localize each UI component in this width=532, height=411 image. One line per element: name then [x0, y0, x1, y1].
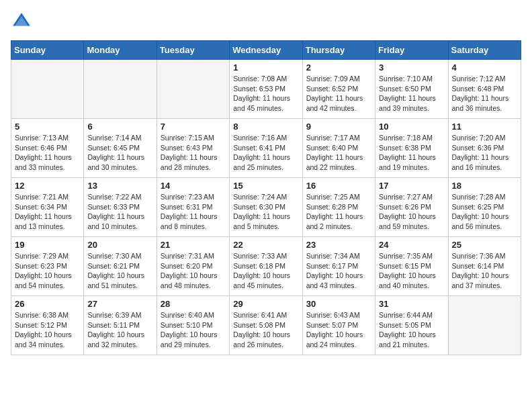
- day-info: Sunrise: 7:34 AM Sunset: 6:17 PM Dayligh…: [306, 251, 371, 291]
- day-number: 28: [161, 299, 226, 309]
- day-info: Sunrise: 6:43 AM Sunset: 5:07 PM Dayligh…: [306, 310, 371, 350]
- day-info: Sunrise: 6:39 AM Sunset: 5:11 PM Dayligh…: [87, 310, 152, 350]
- day-info: Sunrise: 7:30 AM Sunset: 6:21 PM Dayligh…: [87, 251, 152, 291]
- calendar-cell: 31Sunrise: 6:44 AM Sunset: 5:05 PM Dayli…: [375, 296, 448, 355]
- day-number: 9: [306, 122, 371, 132]
- calendar-cell: 30Sunrise: 6:43 AM Sunset: 5:07 PM Dayli…: [302, 296, 375, 355]
- calendar-cell: 17Sunrise: 7:27 AM Sunset: 6:26 PM Dayli…: [375, 178, 448, 237]
- day-info: Sunrise: 7:31 AM Sunset: 6:20 PM Dayligh…: [161, 251, 226, 291]
- calendar-cell: 4Sunrise: 7:12 AM Sunset: 6:48 PM Daylig…: [448, 60, 521, 119]
- calendar-cell: 24Sunrise: 7:35 AM Sunset: 6:15 PM Dayli…: [375, 237, 448, 296]
- day-info: Sunrise: 7:08 AM Sunset: 6:53 PM Dayligh…: [233, 74, 298, 113]
- day-number: 16: [306, 181, 371, 191]
- calendar-cell: 14Sunrise: 7:23 AM Sunset: 6:31 PM Dayli…: [157, 178, 229, 237]
- calendar-cell: 29Sunrise: 6:41 AM Sunset: 5:08 PM Dayli…: [230, 296, 302, 355]
- calendar-cell: 10Sunrise: 7:18 AM Sunset: 6:38 PM Dayli…: [375, 119, 448, 178]
- day-info: Sunrise: 7:12 AM Sunset: 6:48 PM Dayligh…: [452, 74, 517, 113]
- day-info: Sunrise: 7:21 AM Sunset: 6:34 PM Dayligh…: [15, 192, 80, 232]
- calendar-cell: 5Sunrise: 7:13 AM Sunset: 6:46 PM Daylig…: [11, 119, 84, 178]
- day-info: Sunrise: 7:13 AM Sunset: 6:46 PM Dayligh…: [15, 133, 80, 173]
- calendar-cell: 9Sunrise: 7:17 AM Sunset: 6:40 PM Daylig…: [302, 119, 375, 178]
- day-number: 15: [233, 181, 298, 191]
- day-header-monday: Monday: [84, 41, 157, 60]
- calendar-cell: 11Sunrise: 7:20 AM Sunset: 6:36 PM Dayli…: [448, 119, 521, 178]
- day-header-tuesday: Tuesday: [157, 41, 229, 60]
- day-number: 4: [452, 62, 517, 73]
- day-info: Sunrise: 7:22 AM Sunset: 6:33 PM Dayligh…: [87, 192, 152, 232]
- day-number: 12: [15, 181, 80, 191]
- day-number: 1: [233, 62, 298, 73]
- calendar-cell: 7Sunrise: 7:15 AM Sunset: 6:43 PM Daylig…: [157, 119, 229, 178]
- calendar-cell: [11, 60, 84, 119]
- day-info: Sunrise: 7:23 AM Sunset: 6:31 PM Dayligh…: [161, 192, 226, 232]
- calendar-cell: 6Sunrise: 7:14 AM Sunset: 6:45 PM Daylig…: [84, 119, 157, 178]
- calendar-cell: 3Sunrise: 7:10 AM Sunset: 6:50 PM Daylig…: [375, 60, 448, 119]
- calendar-cell: 8Sunrise: 7:16 AM Sunset: 6:41 PM Daylig…: [230, 119, 302, 178]
- calendar-week-5: 26Sunrise: 6:38 AM Sunset: 5:12 PM Dayli…: [11, 296, 521, 355]
- calendar-cell: [84, 60, 157, 119]
- day-number: 11: [452, 122, 517, 132]
- calendar-cell: 19Sunrise: 7:29 AM Sunset: 6:23 PM Dayli…: [11, 237, 84, 296]
- day-number: 7: [161, 122, 226, 132]
- calendar-week-2: 5Sunrise: 7:13 AM Sunset: 6:46 PM Daylig…: [11, 119, 521, 178]
- day-info: Sunrise: 7:36 AM Sunset: 6:14 PM Dayligh…: [452, 251, 517, 291]
- day-info: Sunrise: 7:28 AM Sunset: 6:25 PM Dayligh…: [452, 192, 517, 232]
- day-info: Sunrise: 7:10 AM Sunset: 6:50 PM Dayligh…: [379, 74, 444, 113]
- day-info: Sunrise: 7:33 AM Sunset: 6:18 PM Dayligh…: [233, 251, 298, 291]
- day-header-sunday: Sunday: [11, 41, 84, 60]
- day-info: Sunrise: 6:44 AM Sunset: 5:05 PM Dayligh…: [379, 310, 444, 350]
- day-info: Sunrise: 6:41 AM Sunset: 5:08 PM Dayligh…: [233, 310, 298, 350]
- day-info: Sunrise: 7:15 AM Sunset: 6:43 PM Dayligh…: [161, 133, 226, 173]
- day-number: 14: [161, 181, 226, 191]
- day-number: 17: [379, 181, 444, 191]
- calendar-header-row: SundayMondayTuesdayWednesdayThursdayFrid…: [11, 41, 521, 60]
- day-info: Sunrise: 7:29 AM Sunset: 6:23 PM Dayligh…: [15, 251, 80, 291]
- day-number: 26: [15, 299, 80, 309]
- day-number: 6: [87, 122, 152, 132]
- day-info: Sunrise: 7:35 AM Sunset: 6:15 PM Dayligh…: [379, 251, 444, 291]
- day-number: 25: [452, 240, 517, 250]
- day-number: 2: [306, 62, 371, 73]
- day-info: Sunrise: 7:16 AM Sunset: 6:41 PM Dayligh…: [233, 133, 298, 173]
- calendar-cell: 15Sunrise: 7:24 AM Sunset: 6:30 PM Dayli…: [230, 178, 302, 237]
- day-info: Sunrise: 7:09 AM Sunset: 6:52 PM Dayligh…: [306, 74, 371, 113]
- day-info: Sunrise: 7:20 AM Sunset: 6:36 PM Dayligh…: [452, 133, 517, 173]
- day-info: Sunrise: 7:24 AM Sunset: 6:30 PM Dayligh…: [233, 192, 298, 232]
- day-header-thursday: Thursday: [302, 41, 375, 60]
- calendar-week-4: 19Sunrise: 7:29 AM Sunset: 6:23 PM Dayli…: [11, 237, 521, 296]
- day-number: 8: [233, 122, 298, 132]
- day-number: 5: [15, 122, 80, 132]
- day-info: Sunrise: 7:25 AM Sunset: 6:28 PM Dayligh…: [306, 192, 371, 232]
- day-info: Sunrise: 7:27 AM Sunset: 6:26 PM Dayligh…: [379, 192, 444, 232]
- calendar-cell: [448, 296, 521, 355]
- calendar-cell: 25Sunrise: 7:36 AM Sunset: 6:14 PM Dayli…: [448, 237, 521, 296]
- day-header-wednesday: Wednesday: [230, 41, 302, 60]
- calendar-cell: 21Sunrise: 7:31 AM Sunset: 6:20 PM Dayli…: [157, 237, 229, 296]
- day-header-saturday: Saturday: [448, 41, 521, 60]
- calendar-cell: 2Sunrise: 7:09 AM Sunset: 6:52 PM Daylig…: [302, 60, 375, 119]
- day-info: Sunrise: 7:18 AM Sunset: 6:38 PM Dayligh…: [379, 133, 444, 173]
- day-number: 3: [379, 62, 444, 73]
- calendar-cell: 26Sunrise: 6:38 AM Sunset: 5:12 PM Dayli…: [11, 296, 84, 355]
- calendar-cell: 23Sunrise: 7:34 AM Sunset: 6:17 PM Dayli…: [302, 237, 375, 296]
- day-number: 29: [233, 299, 298, 309]
- calendar-cell: 27Sunrise: 6:39 AM Sunset: 5:11 PM Dayli…: [84, 296, 157, 355]
- calendar-week-1: 1Sunrise: 7:08 AM Sunset: 6:53 PM Daylig…: [11, 60, 521, 119]
- day-number: 30: [306, 299, 371, 309]
- page-header: [11, 11, 521, 32]
- calendar-cell: 13Sunrise: 7:22 AM Sunset: 6:33 PM Dayli…: [84, 178, 157, 237]
- day-info: Sunrise: 7:17 AM Sunset: 6:40 PM Dayligh…: [306, 133, 371, 173]
- day-info: Sunrise: 7:14 AM Sunset: 6:45 PM Dayligh…: [87, 133, 152, 173]
- logo-icon: [11, 11, 32, 32]
- day-number: 10: [379, 122, 444, 132]
- day-info: Sunrise: 6:38 AM Sunset: 5:12 PM Dayligh…: [15, 310, 80, 350]
- day-number: 24: [379, 240, 444, 250]
- day-number: 27: [87, 299, 152, 309]
- day-number: 31: [379, 299, 444, 309]
- day-info: Sunrise: 6:40 AM Sunset: 5:10 PM Dayligh…: [161, 310, 226, 350]
- calendar-cell: 20Sunrise: 7:30 AM Sunset: 6:21 PM Dayli…: [84, 237, 157, 296]
- day-number: 19: [15, 240, 80, 250]
- day-number: 23: [306, 240, 371, 250]
- calendar-cell: [157, 60, 229, 119]
- calendar-cell: 1Sunrise: 7:08 AM Sunset: 6:53 PM Daylig…: [230, 60, 302, 119]
